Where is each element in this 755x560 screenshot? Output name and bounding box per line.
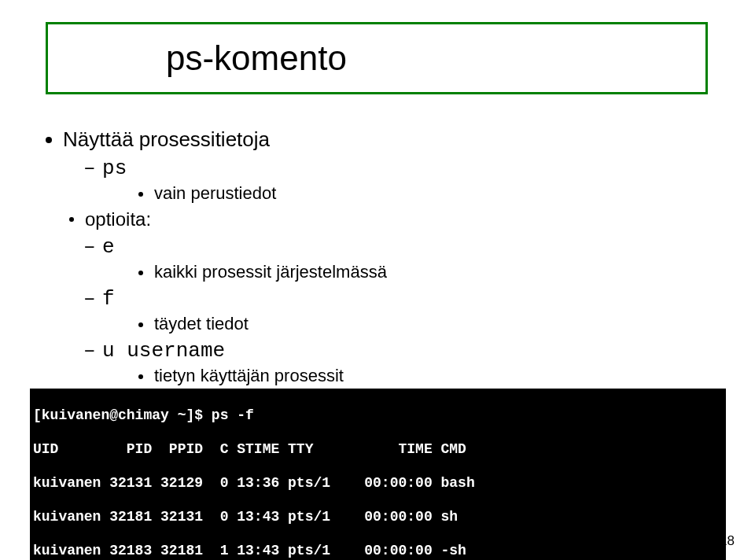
bullet-opt-u: – u username — [83, 339, 708, 363]
bullet-opt-f: – f — [83, 287, 708, 311]
opt-e-code: e — [102, 235, 115, 259]
options-label: optioita: — [85, 208, 151, 230]
dash-icon: – — [83, 287, 96, 311]
bullet-icon — [138, 322, 143, 327]
bullet-ps-desc: vain perustiedot — [138, 183, 708, 204]
opt-u-desc-text: tietyn käyttäjän prosessit — [154, 366, 344, 386]
bullet-icon — [46, 137, 52, 143]
opt-f-code: f — [102, 287, 115, 311]
opt-e-desc-text: kaikki prosessit järjestelmässä — [154, 262, 387, 282]
bullet-options: optioita: — [69, 208, 708, 230]
opt-f-desc-text: täydet tiedot — [154, 314, 249, 334]
cmd-ps: ps — [102, 157, 127, 180]
terminal-line: kuivanen 32131 32129 0 13:36 pts/1 00:00… — [33, 475, 723, 492]
terminal-output: [kuivanen@chimay ~]$ ps -f UID PID PPID … — [30, 389, 726, 560]
dash-icon: – — [83, 157, 96, 180]
terminal-line: UID PID PPID C STIME TTY TIME CMD — [33, 441, 723, 459]
dash-icon: – — [83, 235, 96, 259]
slide-content: Näyttää prosessitietoja – ps vain perust… — [46, 127, 708, 388]
terminal-line: kuivanen 32181 32131 0 13:43 pts/1 00:00… — [33, 509, 723, 526]
opt-u-code: u username — [102, 339, 225, 363]
bullet-main-text: Näyttää prosessitietoja — [63, 127, 270, 152]
bullet-icon — [138, 374, 143, 379]
bullet-icon — [138, 271, 143, 275]
slide-title: ps-komento — [166, 39, 347, 78]
terminal-line: kuivanen 32183 32181 1 13:43 pts/1 00:00… — [33, 543, 723, 560]
page-number: 18 — [720, 533, 735, 549]
bullet-cmd-ps: – ps — [83, 157, 708, 180]
bullet-main: Näyttää prosessitietoja — [46, 127, 708, 152]
bullet-icon — [69, 217, 74, 222]
bullet-opt-e-desc: kaikki prosessit järjestelmässä — [138, 262, 708, 282]
bullet-icon — [138, 192, 143, 197]
bullet-opt-f-desc: täydet tiedot — [138, 314, 708, 334]
ps-desc-text: vain perustiedot — [154, 183, 276, 204]
bullet-opt-u-desc: tietyn käyttäjän prosessit — [138, 366, 708, 386]
bullet-opt-e: – e — [83, 235, 708, 259]
title-box: ps-komento — [46, 22, 708, 94]
dash-icon: – — [83, 339, 96, 363]
terminal-line: [kuivanen@chimay ~]$ ps -f — [33, 407, 723, 425]
